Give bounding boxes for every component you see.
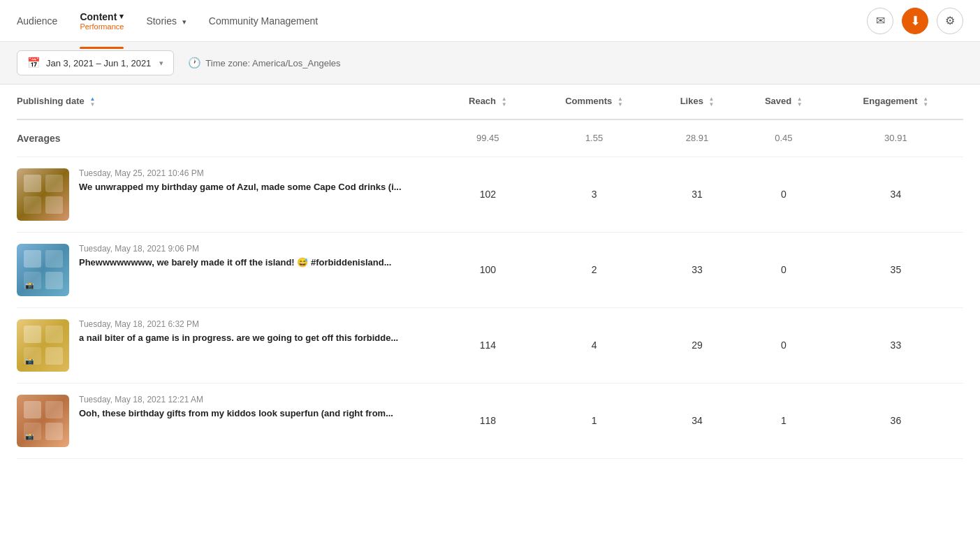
- svg-rect-10: [45, 326, 63, 343]
- sort-engagement-icon: ▲▼: [923, 96, 928, 108]
- sort-comments-icon: ▲▼: [617, 96, 623, 108]
- post-cell-1: Tuesday, May 25, 2021 10:46 PM We unwrap…: [17, 156, 443, 232]
- download-icon: ⬇: [910, 13, 921, 29]
- engagement-2: 35: [828, 232, 963, 307]
- averages-comments: 1.55: [533, 119, 655, 157]
- post-title-4: Ooh, these birthday gifts from my kiddos…: [79, 407, 393, 420]
- engagement-3: 33: [828, 307, 963, 383]
- content-table-scroll[interactable]: Publishing date ▲▼ Reach ▲▼ Comments: [0, 85, 980, 459]
- post-thumbnail-3: 📸: [17, 319, 69, 372]
- reach-3: 114: [443, 307, 533, 383]
- col-publishing-date[interactable]: Publishing date ▲▼: [17, 85, 443, 119]
- timezone-info: 🕐 Time zone: America/Los_Angeles: [188, 57, 340, 69]
- clock-icon: 🕐: [188, 57, 201, 69]
- nav-right: ✉ ⬇ ⚙: [867, 8, 963, 34]
- col-saved[interactable]: Saved ▲▼: [739, 85, 828, 119]
- svg-rect-7: [45, 272, 63, 289]
- filter-bar: 📅 Jan 3, 2021 – Jun 1, 2021 ▾ 🕐 Time zon…: [0, 42, 980, 85]
- svg-rect-1: [45, 175, 63, 192]
- svg-rect-15: [45, 401, 63, 418]
- post-title-2: Phewwwwwwww, we barely made it off the i…: [79, 256, 391, 269]
- table-container: Publishing date ▲▼ Reach ▲▼ Comments: [0, 85, 980, 459]
- engagement-4: 36: [828, 383, 963, 458]
- svg-rect-4: [24, 250, 41, 268]
- table-row[interactable]: 📸 Tuesday, May 18, 2021 9:06 PM Phewwwww…: [17, 232, 963, 307]
- table-row[interactable]: 📸 Tuesday, May 18, 2021 6:32 PM a nail b…: [17, 307, 963, 383]
- post-title-3: a nail biter of a game is in progress. a…: [79, 332, 398, 344]
- svg-rect-3: [45, 196, 63, 214]
- post-cell-3: 📸 Tuesday, May 18, 2021 6:32 PM a nail b…: [17, 307, 443, 383]
- svg-rect-5: [45, 250, 63, 268]
- reach-2: 100: [443, 232, 533, 307]
- comments-3: 4: [533, 307, 655, 383]
- settings-icon: ⚙: [945, 14, 955, 27]
- download-button[interactable]: ⬇: [902, 8, 928, 34]
- comments-1: 3: [533, 156, 655, 232]
- averages-row: Averages 99.45 1.55 28.91 0.45 30.91: [17, 119, 963, 157]
- settings-button[interactable]: ⚙: [937, 8, 963, 34]
- engagement-1: 34: [828, 156, 963, 232]
- svg-rect-2: [24, 196, 41, 214]
- svg-rect-0: [24, 175, 41, 192]
- message-icon: ✉: [876, 14, 885, 27]
- date-caret-icon: ▾: [159, 59, 163, 68]
- content-sub-label: Performance: [80, 22, 124, 31]
- date-range-label: Jan 3, 2021 – Jun 1, 2021: [46, 58, 151, 68]
- reach-4: 118: [443, 383, 533, 458]
- content-chevron-icon: ▾: [119, 12, 124, 21]
- post-date-3: Tuesday, May 18, 2021 6:32 PM: [79, 319, 398, 329]
- averages-label: Averages: [17, 119, 443, 157]
- col-likes[interactable]: Likes ▲▼: [655, 85, 739, 119]
- table-header: Publishing date ▲▼ Reach ▲▼ Comments: [17, 85, 963, 119]
- sort-saved-icon: ▲▼: [797, 96, 803, 108]
- post-thumbnail-1: [17, 168, 69, 221]
- stories-chevron-icon: ▾: [182, 17, 187, 26]
- sort-likes-icon: ▲▼: [709, 96, 715, 108]
- post-title-1: We unwrapped my birthday game of Azul, m…: [79, 181, 402, 194]
- svg-rect-17: [45, 423, 63, 440]
- comments-2: 2: [533, 232, 655, 307]
- likes-1: 31: [655, 156, 739, 232]
- post-date-2: Tuesday, May 18, 2021 9:06 PM: [79, 244, 391, 254]
- post-cell-4: 📸 Tuesday, May 18, 2021 12:21 AM Ooh, th…: [17, 383, 443, 458]
- content-table: Publishing date ▲▼ Reach ▲▼ Comments: [17, 85, 963, 459]
- likes-3: 29: [655, 307, 739, 383]
- comments-4: 1: [533, 383, 655, 458]
- nav-item-community[interactable]: Community Management: [209, 11, 318, 31]
- saved-3: 0: [739, 307, 828, 383]
- saved-1: 0: [739, 156, 828, 232]
- nav-item-content[interactable]: Content ▾ Performance: [80, 7, 124, 35]
- reach-1: 102: [443, 156, 533, 232]
- likes-4: 34: [655, 383, 739, 458]
- post-date-4: Tuesday, May 18, 2021 12:21 AM: [79, 395, 393, 404]
- col-reach[interactable]: Reach ▲▼: [443, 85, 533, 119]
- message-button[interactable]: ✉: [867, 8, 893, 34]
- col-comments[interactable]: Comments ▲▼: [533, 85, 655, 119]
- nav-left: Audience Content ▾ Performance Stories ▾…: [17, 7, 318, 35]
- table-row[interactable]: 📸 Tuesday, May 18, 2021 12:21 AM Ooh, th…: [17, 383, 963, 458]
- saved-4: 1: [739, 383, 828, 458]
- table-row[interactable]: Tuesday, May 25, 2021 10:46 PM We unwrap…: [17, 156, 963, 232]
- post-thumbnail-2: 📸: [17, 244, 69, 296]
- date-range-picker[interactable]: 📅 Jan 3, 2021 – Jun 1, 2021 ▾: [17, 50, 174, 75]
- svg-rect-14: [24, 401, 41, 418]
- post-cell-2: 📸 Tuesday, May 18, 2021 9:06 PM Phewwwww…: [17, 232, 443, 307]
- svg-text:📸: 📸: [25, 432, 34, 441]
- likes-2: 33: [655, 232, 739, 307]
- nav-item-audience[interactable]: Audience: [17, 11, 57, 31]
- sort-reach-icon: ▲▼: [502, 96, 507, 108]
- sort-publishing-date-icon: ▲▼: [89, 96, 95, 108]
- averages-saved: 0.45: [739, 119, 828, 157]
- svg-text:📸: 📸: [25, 356, 34, 365]
- nav-item-stories[interactable]: Stories ▾: [146, 11, 186, 31]
- svg-rect-9: [24, 326, 41, 343]
- saved-2: 0: [739, 232, 828, 307]
- svg-rect-12: [45, 347, 63, 365]
- col-engagement[interactable]: Engagement ▲▼: [828, 85, 963, 119]
- nav-bar: Audience Content ▾ Performance Stories ▾…: [0, 0, 980, 42]
- averages-engagement: 30.91: [828, 119, 963, 157]
- svg-text:📸: 📸: [25, 281, 34, 290]
- calendar-icon: 📅: [27, 57, 41, 69]
- post-thumbnail-4: 📸: [17, 395, 69, 447]
- averages-likes: 28.91: [655, 119, 739, 157]
